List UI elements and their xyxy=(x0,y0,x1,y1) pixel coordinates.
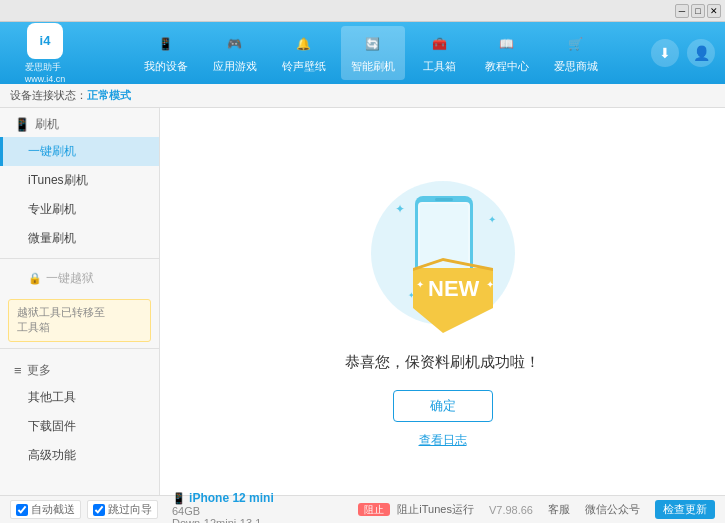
nav-label-my-device: 我的设备 xyxy=(144,59,188,74)
nav-item-ringtones[interactable]: 🔔 铃声壁纸 xyxy=(272,26,336,80)
sidebar-divider-2 xyxy=(0,348,159,349)
customer-service-link[interactable]: 客服 xyxy=(548,502,570,517)
nav-item-mall[interactable]: 🛒 爱思商城 xyxy=(544,26,608,80)
bottom-left: 自动截送 跳过向导 📱 iPhone 12 mini 64GB Down-12m… xyxy=(10,491,274,524)
bottom-bar: 自动截送 跳过向导 📱 iPhone 12 mini 64GB Down-12m… xyxy=(0,495,725,523)
device-storage: 64GB xyxy=(172,505,274,517)
auto-send-label: 自动截送 xyxy=(31,502,75,517)
wechat-link[interactable]: 微信公众号 xyxy=(585,502,640,517)
sidebar-item-download-firmware[interactable]: 下载固件 xyxy=(0,412,159,441)
nav-icon-my-device: 📱 xyxy=(154,32,178,56)
jailbreak-warning: 越狱工具已转移至工具箱 xyxy=(8,299,151,342)
lock-icon: 🔒 xyxy=(28,272,42,285)
nav-icon-mall: 🛒 xyxy=(564,32,588,56)
sidebar: 📱 刷机 一键刷机 iTunes刷机 专业刷机 微量刷机 🔒 一键越狱 越狱工具… xyxy=(0,108,160,519)
main-layout: 📱 刷机 一键刷机 iTunes刷机 专业刷机 微量刷机 🔒 一键越狱 越狱工具… xyxy=(0,108,725,519)
success-message: 恭喜您，保资料刷机成功啦！ xyxy=(345,353,540,372)
close-button[interactable]: ✕ xyxy=(707,4,721,18)
status-label: 设备连接状态： xyxy=(10,88,87,103)
skip-guide-label: 跳过向导 xyxy=(108,502,152,517)
nav-label-smart-flash: 智能刷机 xyxy=(351,59,395,74)
nav-label-apps-games: 应用游戏 xyxy=(213,59,257,74)
svg-text:✦: ✦ xyxy=(488,214,496,225)
sidebar-item-itunes-flash[interactable]: iTunes刷机 xyxy=(0,166,159,195)
nav-label-tutorial: 教程中心 xyxy=(485,59,529,74)
download-button[interactable]: ⬇ xyxy=(651,39,679,67)
daily-log-link[interactable]: 查看日志 xyxy=(419,432,467,449)
more-icon: ≡ xyxy=(14,363,22,378)
maximize-button[interactable]: □ xyxy=(691,4,705,18)
auto-send-checkbox-label[interactable]: 自动截送 xyxy=(10,500,81,519)
device-info: 📱 iPhone 12 mini 64GB Down-12mini-13,1 xyxy=(172,491,274,524)
flash-section-title: 📱 刷机 xyxy=(0,108,159,137)
phone-illustration: ✦ ✦ ✦ NEW xyxy=(363,178,523,353)
nav-item-toolbox[interactable]: 🧰 工具箱 xyxy=(410,26,470,80)
nav-item-tutorial[interactable]: 📖 教程中心 xyxy=(475,26,539,80)
minimize-button[interactable]: ─ xyxy=(675,4,689,18)
bottom-right: 阻止 阻止iTunes运行 V7.98.66 客服 微信公众号 检查更新 xyxy=(358,500,715,519)
logo-subtitle: 爱思助手 www.i4.cn xyxy=(25,61,66,84)
title-bar: ─ □ ✕ xyxy=(0,0,725,22)
nav-label-mall: 爱思商城 xyxy=(554,59,598,74)
sidebar-item-pro-flash[interactable]: 专业刷机 xyxy=(0,195,159,224)
stop-itunes-button[interactable]: 阻止 xyxy=(358,503,390,516)
content-area: ✦ ✦ ✦ NEW xyxy=(160,108,725,519)
device-name: iPhone 12 mini xyxy=(189,491,274,505)
sidebar-item-micro-flash[interactable]: 微量刷机 xyxy=(0,224,159,253)
flash-icon: 📱 xyxy=(14,117,30,132)
svg-text:✦: ✦ xyxy=(416,279,424,290)
nav-icon-ringtones: 🔔 xyxy=(292,32,316,56)
auto-send-checkbox[interactable] xyxy=(16,504,28,516)
nav-label-toolbox: 工具箱 xyxy=(423,59,456,74)
logo[interactable]: i4 爱思助手 www.i4.cn xyxy=(10,23,80,84)
nav-icon-smart-flash: 🔄 xyxy=(361,32,385,56)
header-actions: ⬇ 👤 xyxy=(651,39,715,67)
sidebar-item-other-tools[interactable]: 其他工具 xyxy=(0,383,159,412)
skip-guide-checkbox-label[interactable]: 跳过向导 xyxy=(87,500,158,519)
sidebar-jailbreak-section: 🔒 一键越狱 xyxy=(0,264,159,293)
svg-rect-8 xyxy=(435,198,453,201)
status-bar: 设备连接状态： 正常模式 xyxy=(0,84,725,108)
svg-text:NEW: NEW xyxy=(428,276,480,301)
sidebar-divider-1 xyxy=(0,258,159,259)
nav-label-ringtones: 铃声壁纸 xyxy=(282,59,326,74)
svg-text:✦: ✦ xyxy=(486,279,494,290)
itunes-status: 阻止 阻止iTunes运行 xyxy=(358,502,474,517)
status-value: 正常模式 xyxy=(87,88,131,103)
nav-item-apps-games[interactable]: 🎮 应用游戏 xyxy=(203,26,267,80)
nav-bar: 📱 我的设备 🎮 应用游戏 🔔 铃声壁纸 🔄 智能刷机 🧰 工具箱 📖 教程中心… xyxy=(90,26,651,80)
version-text: V7.98.66 xyxy=(489,504,533,516)
user-button[interactable]: 👤 xyxy=(687,39,715,67)
nav-icon-tutorial: 📖 xyxy=(495,32,519,56)
header: i4 爱思助手 www.i4.cn 📱 我的设备 🎮 应用游戏 🔔 铃声壁纸 🔄… xyxy=(0,22,725,84)
skip-guide-checkbox[interactable] xyxy=(93,504,105,516)
sidebar-item-advanced[interactable]: 高级功能 xyxy=(0,441,159,470)
nav-icon-apps-games: 🎮 xyxy=(223,32,247,56)
svg-text:✦: ✦ xyxy=(395,202,405,216)
device-model: Down-12mini-13,1 xyxy=(172,517,274,524)
nav-icon-toolbox: 🧰 xyxy=(428,32,452,56)
success-container: ✦ ✦ ✦ NEW xyxy=(345,178,540,449)
nav-item-my-device[interactable]: 📱 我的设备 xyxy=(134,26,198,80)
check-update-button[interactable]: 检查更新 xyxy=(655,500,715,519)
nav-item-smart-flash[interactable]: 🔄 智能刷机 xyxy=(341,26,405,80)
device-phone-icon: 📱 xyxy=(172,492,186,504)
confirm-button[interactable]: 确定 xyxy=(393,390,493,422)
more-section-title: ≡ 更多 xyxy=(0,354,159,383)
sidebar-item-one-click-flash[interactable]: 一键刷机 xyxy=(0,137,159,166)
logo-icon: i4 xyxy=(27,23,63,59)
